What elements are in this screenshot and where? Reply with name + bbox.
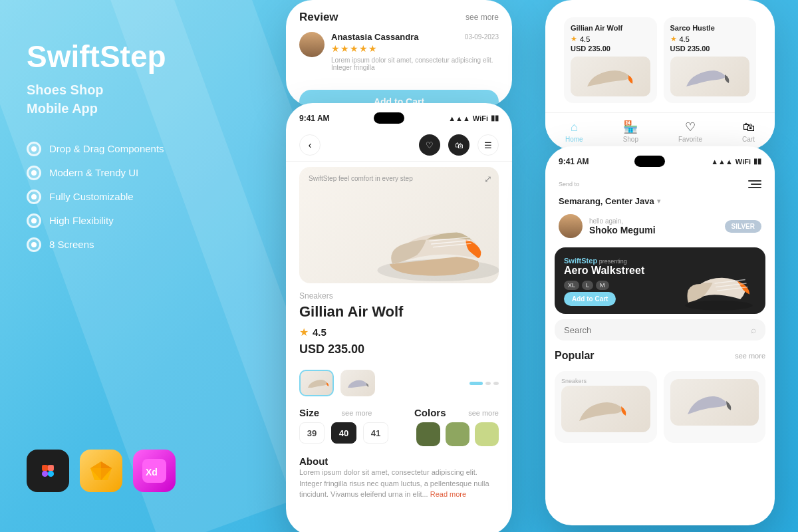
review-title: Review: [299, 11, 338, 24]
color-swatch-green[interactable]: [446, 422, 469, 446]
product-image-area: SwiftStep feel comfort in every step ⤢: [299, 167, 499, 283]
wifi-icon-r: WiFi: [735, 158, 751, 166]
popular-product-2: [664, 371, 766, 443]
home-icon: ⌂: [571, 120, 578, 134]
right-top-card: Gillian Air Wolf ★ 4.5 USD 235.00 Sarco …: [545, 0, 775, 150]
product-price: USD 235.00: [299, 342, 499, 356]
search-bar[interactable]: ⌕: [555, 319, 765, 340]
right-top-card-inner: Gillian Air Wolf ★ 4.5 USD 235.00 Sarco …: [545, 0, 775, 115]
thumbnail-2[interactable]: [340, 370, 375, 396]
size-section-header: Size see more Colors see more: [286, 403, 512, 418]
nav-tab-cart[interactable]: 🛍 Cart: [742, 120, 755, 143]
product-shoe-image: [359, 184, 499, 283]
shop-icon: 🏪: [623, 120, 638, 134]
color-swatch-olive[interactable]: [416, 422, 440, 446]
popular-p1-category: Sneakers: [561, 378, 650, 384]
notch-right: ●: [634, 156, 665, 167]
colors-title: Colors: [414, 407, 446, 418]
location-name: Semarang, Center Java: [559, 196, 654, 206]
feature-bullet: [27, 166, 41, 180]
size-btn-39[interactable]: 39: [299, 422, 325, 444]
nav-tab-home[interactable]: ⌂ Home: [565, 120, 583, 143]
promo-banner: SwiftStep presenting Aero Walkstreet XL …: [555, 247, 765, 314]
review-stars: ★★★★★: [331, 43, 499, 54]
read-more-link[interactable]: Read more: [430, 490, 466, 498]
dot-active: [469, 382, 483, 385]
favorite-button[interactable]: ♡: [419, 134, 440, 156]
review-see-more[interactable]: see more: [466, 13, 499, 22]
reviewer-avatar: [299, 32, 325, 57]
feature-bullet: [27, 213, 41, 228]
color-swatch-light-green[interactable]: [475, 422, 499, 446]
size-see-more[interactable]: see more: [342, 409, 372, 417]
feature-item-drop-drag: Drop & Drag Components: [27, 142, 219, 156]
about-section: About Lorem ipsum dolor sit amet, consec…: [286, 450, 512, 500]
menu-button[interactable]: ☰: [477, 134, 499, 156]
rp2-name: Sarco Hustle: [670, 24, 715, 32]
size-btn-40[interactable]: 40: [331, 422, 356, 444]
status-time-right: 9:41 AM: [559, 157, 589, 166]
rp1-rating: ★ 4.5: [571, 35, 590, 43]
size-title: Size: [299, 407, 319, 418]
brand-subtitle: Shoes Shop Mobile App: [27, 80, 219, 118]
favorite-icon: ♡: [685, 120, 696, 134]
swift-step-label: SwiftStep feel comfort in every step: [309, 175, 413, 182]
center-phone: 9:41 AM ● ▲▲▲ WiFi ▮▮ ‹ ♡ 🛍 ☰ SwiftStep …: [286, 103, 512, 532]
product-thumbnails: [286, 363, 512, 403]
svg-text:Xd: Xd: [146, 467, 158, 477]
popular-header: Popular see more: [545, 346, 775, 366]
size-tag-xl: XL: [564, 281, 579, 290]
feature-item-screens: 8 Screens: [27, 237, 219, 252]
hamburger-menu[interactable]: [743, 175, 761, 194]
username-text: Shoko Megumi: [589, 225, 656, 235]
hamburger-line-2: [751, 184, 761, 185]
brand-tagline-1: Shoes Shop: [27, 82, 104, 97]
battery-icon: ▮▮: [491, 114, 499, 122]
notch-center: ●: [374, 112, 404, 124]
popular-see-more[interactable]: see more: [735, 352, 765, 360]
review-header: Review see more: [299, 11, 499, 24]
size-btn-41[interactable]: 41: [363, 422, 388, 444]
expand-button[interactable]: ⤢: [484, 174, 492, 184]
nav-tab-shop[interactable]: 🏪 Shop: [623, 120, 638, 143]
review-user-row: Anastasia Cassandra 03-09-2023 ★★★★★ Lor…: [299, 32, 499, 71]
right-phone-main: 9:41 AM ● ▲▲▲ WiFi ▮▮ Send to Semarang, …: [545, 146, 775, 525]
battery-icon-r: ▮▮: [753, 157, 761, 166]
chevron-down-icon: ▾: [657, 197, 661, 205]
thumbnail-1[interactable]: [299, 370, 334, 396]
feature-label: Fully Customizable: [49, 191, 134, 202]
rp1-shoe-image: [571, 57, 650, 96]
back-button[interactable]: ‹: [299, 134, 321, 156]
about-text: Lorem ipsum dolor sit amet, consectetur …: [299, 467, 499, 500]
cart-button[interactable]: 🛍: [448, 134, 469, 156]
color-swatches: [416, 422, 499, 446]
rp2-rating: ★ 4.5: [670, 35, 690, 43]
rp2-price: USD 235.00: [670, 45, 710, 53]
search-input[interactable]: [564, 325, 745, 335]
banner-presenting: SwiftStep presenting: [564, 257, 644, 265]
size-tag-l: L: [582, 281, 593, 290]
brand-tagline-2: Mobile App: [27, 101, 98, 116]
hamburger-line-3: [748, 187, 761, 188]
location-name-row: Semarang, Center Java ▾: [545, 196, 775, 209]
feature-bullet: [27, 142, 41, 156]
location-display: Send to: [559, 181, 579, 188]
star-icon: ★: [299, 326, 309, 338]
rp2-shoe-image: [670, 57, 750, 96]
user-avatar: [559, 214, 583, 238]
banner-presenting-text: presenting: [599, 258, 627, 265]
svg-point-22: [685, 301, 753, 311]
colors-see-more[interactable]: see more: [468, 409, 499, 417]
nav-tab-favorite[interactable]: ♡ Favorite: [678, 120, 702, 143]
feature-item-flexibility: High Flexibility: [27, 213, 219, 228]
product-name: Gillian Air Wolf: [299, 303, 499, 321]
banner-add-to-cart-button[interactable]: Add to Cart: [564, 292, 616, 306]
banner-shoe-image: [679, 254, 759, 314]
tool-icons: Xd: [27, 450, 219, 492]
review-info: Anastasia Cassandra 03-09-2023 ★★★★★ Lor…: [331, 32, 499, 71]
feature-item-customizable: Fully Customizable: [27, 190, 219, 204]
rp1-rating-val: 4.5: [580, 35, 590, 43]
svg-point-5: [42, 465, 48, 471]
status-icons-center: ▲▲▲ WiFi ▮▮: [448, 114, 499, 122]
feature-label: High Flexibility: [49, 215, 114, 226]
